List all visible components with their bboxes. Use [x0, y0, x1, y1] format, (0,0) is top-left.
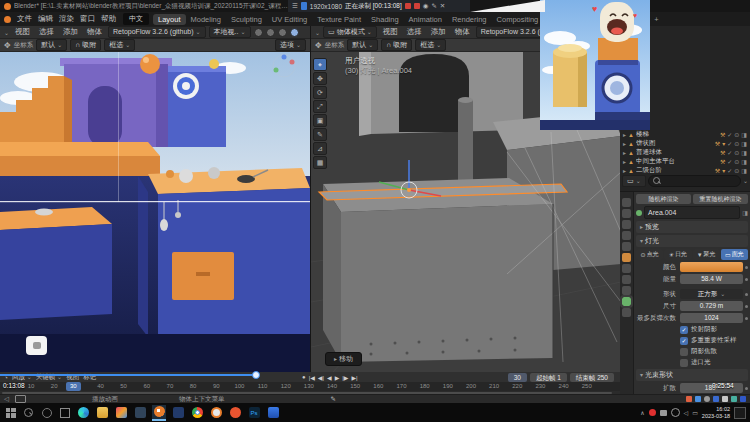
measure-tool[interactable]: ⊿: [313, 142, 327, 155]
player-seekbar[interactable]: [0, 373, 750, 377]
object-name-field[interactable]: Area.004: [644, 206, 740, 219]
shading-solid-icon[interactable]: [266, 28, 275, 37]
scale-tool[interactable]: ⤢: [313, 100, 327, 113]
pause-record-button[interactable]: [414, 3, 420, 9]
close-recorder-icon[interactable]: ✕: [440, 2, 445, 10]
outliner-row[interactable]: ▸▲ 中间主体平台⚒ ✓⊙◨: [620, 157, 750, 166]
shading-wireframe-icon[interactable]: [254, 28, 263, 37]
annotate-pen-icon[interactable]: ✎: [431, 2, 436, 10]
preview-section-header[interactable]: ▸ 预览: [636, 221, 748, 233]
tray-network-icon[interactable]: ▭: [692, 409, 698, 416]
vpl-menu-object[interactable]: 物体: [84, 27, 105, 37]
random-seed-render-button[interactable]: 随机种渲染: [636, 194, 691, 204]
tab-modeling[interactable]: Modeling: [186, 14, 226, 25]
editor-type-icon[interactable]: ⌄: [4, 29, 9, 36]
tab-sculpting[interactable]: Sculpting: [226, 14, 267, 25]
notification-center-icon[interactable]: [734, 407, 746, 419]
select-mode-dropdown[interactable]: 框选⌄: [104, 39, 135, 51]
mode-dropdown[interactable]: ▭物体模式⌄: [323, 26, 377, 38]
highlight-icon[interactable]: [695, 396, 701, 402]
stop-record-button[interactable]: [405, 3, 411, 9]
object-tab-icon[interactable]: [622, 253, 631, 262]
taskbar-app-explorer[interactable]: [95, 405, 109, 421]
recorder-menu-icon[interactable]: ☰: [292, 2, 298, 10]
menu-window[interactable]: 窗口: [77, 14, 98, 24]
tab-texture-paint[interactable]: Texture Paint: [312, 14, 366, 25]
outliner-row[interactable]: ▸▲ 楼梯⚒ ✓⊙◨: [620, 130, 750, 139]
note-icon[interactable]: [713, 396, 719, 402]
eraser-icon[interactable]: [704, 396, 710, 402]
transform-tool[interactable]: ▣: [313, 114, 327, 127]
menu-render[interactable]: 渲染: [56, 14, 77, 24]
outliner-row[interactable]: ▸▲ 普通球体⚒ ✓⊙◨: [620, 148, 750, 157]
vpl-menu-select[interactable]: 选择: [36, 27, 57, 37]
tray-recording-icon[interactable]: [649, 409, 656, 416]
rotate-tool[interactable]: ⟳: [313, 86, 327, 99]
taskbar-app-dark[interactable]: [133, 405, 147, 421]
add-cube-tool[interactable]: ▦: [313, 156, 327, 169]
timeline-ruler[interactable]: 102030 405060 708090 100110120 130140150…: [0, 382, 620, 391]
taskbar-app-everything[interactable]: [209, 405, 223, 421]
language-button[interactable]: 中文: [123, 13, 149, 25]
outliner-row[interactable]: ▸▲ 饼状图⚒▾ ✓⊙◨: [620, 139, 750, 148]
tab-rendering[interactable]: Rendering: [447, 14, 492, 25]
fake-user-icon[interactable]: ◨: [742, 209, 748, 216]
tray-sync-icon[interactable]: [671, 408, 680, 417]
outliner-search-input[interactable]: [648, 175, 741, 187]
light-type-sun[interactable]: ☀日光: [664, 249, 691, 260]
vpc-menu-select[interactable]: 选择: [404, 27, 425, 37]
light-type-area[interactable]: ▭面光: [721, 249, 748, 260]
taskbar-app-blender[interactable]: [152, 405, 166, 421]
material-tab-icon[interactable]: [622, 308, 631, 317]
vpc-menu-object[interactable]: 物体: [452, 27, 473, 37]
menu-help[interactable]: 帮助: [98, 14, 119, 24]
render-tab-icon[interactable]: [622, 198, 631, 207]
reset-random-seed-button[interactable]: 重置随机种渲染: [693, 194, 748, 204]
light-shape-dropdown[interactable]: 正方形⌄: [680, 289, 743, 299]
taskbar-app-chrome[interactable]: [190, 405, 204, 421]
brush-indicator-overlay[interactable]: [26, 336, 47, 355]
light-type-spot[interactable]: ▼聚光: [693, 249, 720, 260]
tray-expand-icon[interactable]: ∧: [640, 409, 644, 416]
shading-material-icon[interactable]: [278, 28, 287, 37]
filter-type-dropdown[interactable]: ▭⌄: [622, 175, 646, 187]
editor-type-icon[interactable]: ⌄: [315, 29, 320, 36]
tab-layout[interactable]: Layout: [153, 14, 186, 25]
taskbar-app-darkblue[interactable]: [171, 405, 185, 421]
operator-panel[interactable]: ▸ 移动: [325, 352, 362, 366]
modifiers-tab-icon[interactable]: [622, 264, 631, 273]
object-data-tab-icon[interactable]: [622, 297, 631, 306]
screenshot-icon[interactable]: ◉: [423, 2, 429, 10]
light-color-swatch[interactable]: [680, 262, 743, 272]
shadow-caustics-checkbox[interactable]: 阴影焦散: [680, 347, 748, 356]
tray-display-icon[interactable]: [660, 410, 667, 416]
shading-rendered-icon[interactable]: [290, 28, 299, 37]
light-type-point[interactable]: ⊙点光: [636, 249, 663, 260]
tab-animation[interactable]: Animation: [404, 14, 447, 25]
orientation-dropdown[interactable]: 默认⌄: [347, 39, 378, 51]
cortana-icon[interactable]: [40, 406, 53, 419]
orientation-dropdown[interactable]: 默认⌄: [36, 39, 67, 51]
board-icon[interactable]: [740, 396, 746, 402]
annotate-tool[interactable]: ✎: [313, 128, 327, 141]
vpc-menu-add[interactable]: 添加: [428, 27, 449, 37]
output-tab-icon[interactable]: [622, 209, 631, 218]
tab-compositing[interactable]: Compositing: [492, 14, 544, 25]
viewport-left-render[interactable]: [0, 52, 310, 374]
light-power-field[interactable]: 58.4 W: [680, 274, 743, 284]
vpl-menu-view[interactable]: 视图: [12, 27, 33, 37]
menu-edit[interactable]: 编辑: [35, 14, 56, 24]
physics-tab-icon[interactable]: [622, 286, 631, 295]
light-section-header[interactable]: ▾ 灯光: [636, 235, 748, 247]
taskbar-app-colorful[interactable]: [114, 405, 128, 421]
portal-checkbox[interactable]: 进口光: [680, 358, 748, 367]
world-tab-icon[interactable]: [622, 242, 631, 251]
particles-tab-icon[interactable]: [622, 275, 631, 284]
max-bounces-field[interactable]: 1024: [680, 313, 743, 323]
more-tools-icon[interactable]: [722, 396, 728, 402]
select-box-tool[interactable]: ⌖: [313, 58, 327, 71]
cursor-tool[interactable]: ✥: [313, 72, 327, 85]
snap-button[interactable]: ∩吸附: [381, 39, 412, 51]
options-dropdown[interactable]: 选项⌄: [275, 39, 306, 51]
tab-add[interactable]: +: [649, 14, 663, 25]
